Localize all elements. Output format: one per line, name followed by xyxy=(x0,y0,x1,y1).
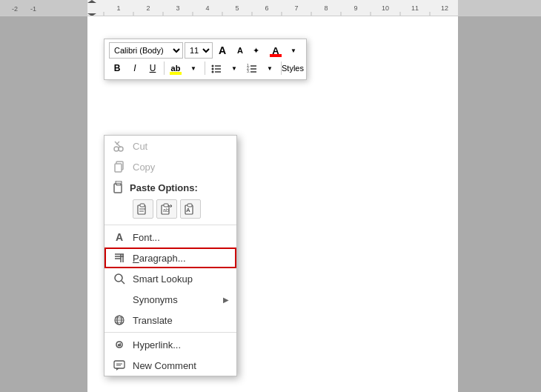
translate-icon xyxy=(112,313,127,328)
hyperlink-icon xyxy=(112,337,127,352)
highlight-bar xyxy=(170,72,182,75)
svg-text:12: 12 xyxy=(441,4,448,12)
separator-before-hyperlink xyxy=(104,332,236,333)
context-menu: Cut Copy Paste Options: xyxy=(104,135,237,376)
separator-1 xyxy=(164,62,165,75)
highlight-button[interactable]: ab xyxy=(167,60,184,76)
svg-point-46 xyxy=(114,147,119,151)
paste-options-label: Paste Options: xyxy=(130,182,198,193)
svg-point-68 xyxy=(115,274,122,282)
svg-rect-2 xyxy=(458,0,541,16)
svg-text:10: 10 xyxy=(382,4,389,12)
paragraph-underline: P xyxy=(133,253,139,264)
paste-keep-text-button[interactable]: A xyxy=(180,199,201,219)
grow-font-button[interactable]: A xyxy=(214,42,230,59)
cut-label: Cut xyxy=(133,141,229,152)
svg-text:7: 7 xyxy=(294,4,298,12)
svg-point-36 xyxy=(212,71,214,73)
paragraph-label: Paragraph... xyxy=(133,253,229,264)
svg-text:1: 1 xyxy=(116,4,120,12)
font-color-dropdown[interactable]: ▼ xyxy=(285,42,302,59)
context-menu-font[interactable]: A Font... xyxy=(104,227,236,248)
toolbar-row-1: Calibri (Body) 11 A A ✦ A ▼ xyxy=(109,42,302,59)
svg-text:11: 11 xyxy=(411,4,419,12)
svg-text:8: 8 xyxy=(324,4,328,12)
svg-text:3.: 3. xyxy=(247,69,250,73)
floating-toolbar: Calibri (Body) 11 A A ✦ A ▼ B I U ab xyxy=(104,39,307,80)
font-icon: A xyxy=(112,230,127,245)
svg-text:ab: ab xyxy=(163,207,169,213)
bold-button[interactable]: B xyxy=(109,60,125,76)
hyperlink-label: Hyperlink... xyxy=(133,339,229,351)
copy-icon xyxy=(112,159,127,174)
new-comment-icon xyxy=(112,358,127,373)
numbering-dropdown[interactable]: ▼ xyxy=(262,60,278,76)
synonyms-label: Synonyms xyxy=(133,294,217,305)
font-color-bar xyxy=(270,54,282,57)
context-menu-new-comment[interactable]: New Comment xyxy=(104,355,236,376)
svg-text:5: 5 xyxy=(235,4,239,12)
svg-rect-76 xyxy=(114,361,125,368)
synonyms-arrow: ▶ xyxy=(223,296,229,304)
context-menu-synonyms[interactable]: Synonyms ▶ xyxy=(104,289,236,310)
context-menu-smart-lookup[interactable]: Smart Lookup xyxy=(104,268,236,289)
copy-label: Copy xyxy=(133,162,229,173)
svg-text:6: 6 xyxy=(265,4,268,12)
svg-rect-58 xyxy=(164,204,168,207)
shrink-font-button[interactable]: A xyxy=(232,42,248,59)
font-size-select[interactable]: 11 xyxy=(185,42,213,59)
svg-rect-1 xyxy=(87,0,458,16)
svg-rect-52 xyxy=(116,181,122,184)
context-menu-copy[interactable]: Copy xyxy=(104,156,236,177)
toolbar-row-2: B I U ab ▼ ▼ xyxy=(109,60,302,76)
svg-text:2: 2 xyxy=(146,4,150,12)
svg-text:✦: ✦ xyxy=(253,46,259,55)
svg-text:4: 4 xyxy=(205,4,209,12)
smart-lookup-label: Smart Lookup xyxy=(133,273,229,285)
font-name-select[interactable]: Calibri (Body) xyxy=(109,42,183,59)
svg-text:3: 3 xyxy=(176,4,179,12)
context-menu-hyperlink[interactable]: Hyperlink... xyxy=(104,334,236,355)
underline-button[interactable]: U xyxy=(145,60,161,76)
svg-rect-49 xyxy=(115,164,122,172)
separator-2 xyxy=(205,62,205,75)
ruler: -2 -1 1 2 3 4 5 6 7 8 9 10 11 12 xyxy=(0,0,541,16)
new-comment-label: New Comment xyxy=(133,360,229,371)
context-menu-paragraph[interactable]: Paragraph... xyxy=(104,248,236,268)
context-menu-translate[interactable]: Translate xyxy=(104,310,236,330)
paste-icons-row: ab A xyxy=(104,198,236,223)
page-area: Calibri (Body) 11 A A ✦ A ▼ B I U ab xyxy=(0,16,541,392)
synonyms-icon xyxy=(112,292,127,307)
svg-text:-2: -2 xyxy=(12,5,18,13)
clear-format-button[interactable]: ✦ xyxy=(250,42,266,59)
svg-point-34 xyxy=(212,68,214,70)
bullets-button[interactable] xyxy=(208,60,225,76)
italic-button[interactable]: I xyxy=(127,60,143,76)
font-color-button[interactable]: A xyxy=(268,42,284,59)
svg-text:9: 9 xyxy=(354,4,357,12)
svg-text:-1: -1 xyxy=(30,5,36,13)
translate-label: Translate xyxy=(133,315,229,326)
font-label: Font... xyxy=(133,232,229,243)
paste-merge-format-button[interactable]: ab xyxy=(156,199,177,219)
svg-line-69 xyxy=(122,281,125,284)
svg-rect-54 xyxy=(140,204,145,207)
numbering-button[interactable]: 1. 2. 3. xyxy=(244,60,260,76)
svg-point-32 xyxy=(212,65,214,67)
paste-keep-source-button[interactable] xyxy=(133,199,153,219)
paragraph-rest: aragraph... xyxy=(139,253,186,264)
paste-icon xyxy=(112,180,127,195)
context-menu-cut[interactable]: Cut xyxy=(104,136,236,156)
bullets-dropdown[interactable]: ▼ xyxy=(226,60,242,76)
highlight-dropdown[interactable]: ▼ xyxy=(185,60,202,76)
paragraph-icon xyxy=(112,250,127,265)
cut-icon xyxy=(112,139,127,153)
separator-after-paste xyxy=(104,225,236,225)
smart-lookup-icon xyxy=(112,271,127,286)
styles-button[interactable]: Styles xyxy=(285,60,301,76)
paste-options-row: Paste Options: xyxy=(104,177,236,198)
svg-text:A: A xyxy=(186,207,190,213)
